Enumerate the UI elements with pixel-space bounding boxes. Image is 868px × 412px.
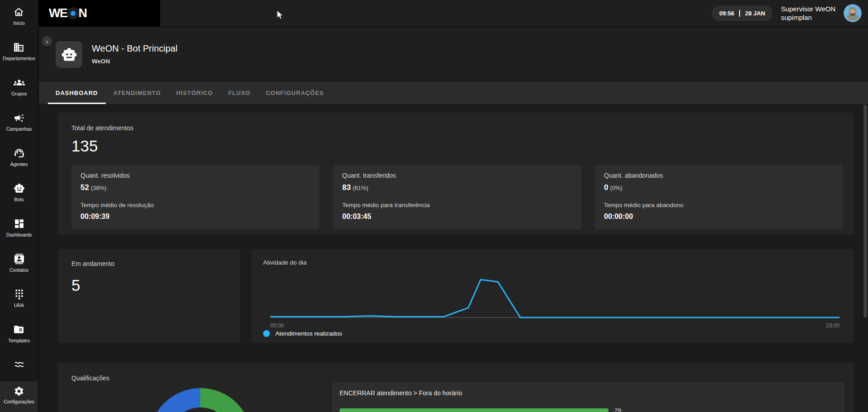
logo-part-n: N bbox=[79, 6, 87, 20]
robot-icon bbox=[61, 47, 77, 63]
avatar[interactable] bbox=[844, 4, 862, 22]
sidebar-item-label: Dashboards bbox=[6, 232, 32, 237]
building-icon bbox=[13, 42, 24, 53]
sidebar-item-label: Configurações bbox=[4, 399, 34, 404]
qualification-item-panel: ENCERRAR atendimento > Fora do horário 2… bbox=[332, 382, 844, 412]
clock-time: 09:56 bbox=[719, 10, 734, 17]
sidebar-item-label: Campanhas bbox=[6, 126, 32, 132]
clock-separator bbox=[739, 10, 740, 17]
qualification-bar-row: 29 bbox=[340, 407, 837, 412]
dashboard-panel: Total de atendimentos 135 Quant. resolvi… bbox=[39, 104, 868, 412]
main-content: › WeON - Bot Principal WeON DASHBOARD AT… bbox=[39, 27, 868, 412]
vertical-scrollbar[interactable] bbox=[863, 105, 867, 317]
tab-configuracoes[interactable]: CONFIGURAÇÕES bbox=[258, 81, 332, 104]
tab-historico[interactable]: HISTÓRICO bbox=[169, 81, 221, 104]
qualification-bar-value: 29 bbox=[615, 407, 621, 412]
resolved-card: Quant. resolvidos 52(38%) Tempo médio de… bbox=[71, 165, 320, 229]
sidebar-item-label: Bots bbox=[14, 197, 24, 202]
bot-avatar bbox=[56, 41, 82, 68]
home-icon bbox=[13, 6, 24, 18]
transferred-card: Quant. transferidos 83(61%) Tempo médio … bbox=[333, 165, 581, 229]
qualification-bar bbox=[340, 408, 609, 412]
tick-end: 23:00 bbox=[826, 322, 840, 329]
sidebar: Início Departamentos Grupos Campanhas Ag… bbox=[0, 0, 39, 412]
user-info[interactable]: Supervisor WeON supimplan bbox=[781, 5, 835, 22]
topbar: WE N 09:56 28 JAN Supervisor WeON supimp… bbox=[39, 0, 868, 27]
sidebar-item-partial[interactable] bbox=[14, 359, 25, 370]
logo-o-icon bbox=[67, 7, 79, 19]
resolved-value: 52(38%) bbox=[80, 183, 311, 192]
tab-bar: DASHBOARD ATENDIMENTO HISTÓRICO FLUXO CO… bbox=[39, 81, 868, 104]
activity-series-line bbox=[270, 279, 840, 317]
chevron-right-icon: › bbox=[46, 38, 48, 45]
sidebar-item-agentes[interactable]: Agentes bbox=[10, 147, 28, 167]
tick-start: 00:00 bbox=[270, 322, 284, 329]
legend-dot-icon bbox=[263, 330, 270, 337]
robot-icon bbox=[14, 183, 25, 194]
abandoned-value: 0(0%) bbox=[604, 183, 834, 192]
transferred-value: 83(61%) bbox=[342, 183, 572, 192]
abandoned-card: Quant. abandonados 0(0%) Tempo médio par… bbox=[595, 165, 843, 229]
line-chart-svg bbox=[270, 275, 840, 319]
sidebar-item-contatos[interactable]: Contatos bbox=[9, 253, 28, 273]
sidebar-item-label: Departamentos bbox=[3, 56, 35, 61]
sidebar-item-label: Grupos bbox=[11, 91, 27, 96]
topbar-right: 09:56 28 JAN Supervisor WeON supimplan bbox=[712, 4, 868, 22]
contact-card-icon bbox=[14, 253, 25, 265]
in-progress-card: Em andamento 5 bbox=[58, 249, 240, 343]
wave-icon bbox=[14, 359, 25, 370]
sidebar-item-label: Contatos bbox=[9, 267, 28, 273]
dialpad-icon bbox=[14, 289, 25, 300]
sidebar-item-inicio[interactable]: Início bbox=[13, 6, 24, 26]
total-label: Total de atendimentos bbox=[71, 124, 843, 132]
second-row: Em andamento 5 Atividade do dia 00:00 23… bbox=[58, 249, 854, 343]
dashboard-icon bbox=[14, 218, 25, 229]
logo-blue-dot bbox=[71, 11, 75, 16]
qualifications-card: Qualificações ENCERRAR atendimento > For… bbox=[58, 363, 854, 412]
qualification-item-label: ENCERRAR atendimento > Fora do horário bbox=[340, 389, 837, 397]
sidebar-item-label: Templates bbox=[8, 338, 30, 343]
abandon-time-value: 00:00:00 bbox=[604, 213, 834, 221]
total-attendances-card: Total de atendimentos 135 Quant. resolvi… bbox=[58, 113, 854, 235]
headset-icon bbox=[14, 147, 25, 159]
user-org: supimplan bbox=[781, 13, 835, 22]
transfer-time-label: Tempo médio para transferência bbox=[342, 202, 572, 208]
clock-date: 28 JAN bbox=[745, 10, 765, 17]
activity-line-chart bbox=[270, 275, 840, 319]
sidebar-item-campanhas[interactable]: Campanhas bbox=[6, 112, 32, 132]
tab-fluxo[interactable]: FLUXO bbox=[221, 81, 258, 104]
sidebar-item-label: Agentes bbox=[10, 161, 28, 167]
resolved-label: Quant. resolvidos bbox=[80, 172, 311, 179]
tab-dashboard[interactable]: DASHBOARD bbox=[48, 81, 106, 104]
sidebar-item-grupos[interactable]: Grupos bbox=[11, 77, 27, 96]
sidebar-item-dashboards[interactable]: Dashboards bbox=[6, 218, 32, 237]
bot-header: › WeON - Bot Principal WeON bbox=[39, 27, 868, 81]
sidebar-item-departamentos[interactable]: Departamentos bbox=[3, 42, 35, 61]
tab-atendimento[interactable]: ATENDIMENTO bbox=[106, 81, 169, 104]
megaphone-icon bbox=[14, 112, 25, 123]
sidebar-item-bots[interactable]: Bots bbox=[14, 183, 25, 202]
abandoned-label: Quant. abandonados bbox=[604, 172, 834, 179]
chart-legend[interactable]: Atendimentos realizados bbox=[263, 330, 342, 337]
expand-panel-button[interactable]: › bbox=[42, 36, 52, 46]
resolution-time-label: Tempo médio de resolução bbox=[80, 202, 311, 208]
activity-title: Atividade do dia bbox=[263, 259, 842, 266]
folder-icon bbox=[13, 324, 24, 335]
gear-icon bbox=[14, 386, 24, 397]
avatar-image bbox=[844, 4, 862, 22]
sidebar-item-configuracoes[interactable]: Configurações bbox=[0, 381, 38, 412]
in-progress-label: Em andamento bbox=[71, 260, 226, 267]
weon-logo[interactable]: WE N bbox=[39, 0, 160, 26]
x-axis-ticks: 00:00 23:00 bbox=[270, 322, 840, 329]
qualifications-title: Qualificações bbox=[71, 374, 843, 382]
total-value: 135 bbox=[71, 137, 843, 155]
clock-widget: 09:56 28 JAN bbox=[712, 5, 773, 21]
sidebar-item-ura[interactable]: URA bbox=[14, 289, 25, 308]
in-progress-value: 5 bbox=[71, 276, 226, 294]
user-name: Supervisor WeON bbox=[781, 5, 835, 13]
page-title: WeON - Bot Principal bbox=[92, 43, 178, 54]
weon-logo-text: WE N bbox=[49, 6, 87, 20]
logo-part-we: WE bbox=[49, 6, 67, 20]
sidebar-item-label: Início bbox=[13, 20, 24, 26]
sidebar-item-templates[interactable]: Templates bbox=[8, 324, 30, 343]
